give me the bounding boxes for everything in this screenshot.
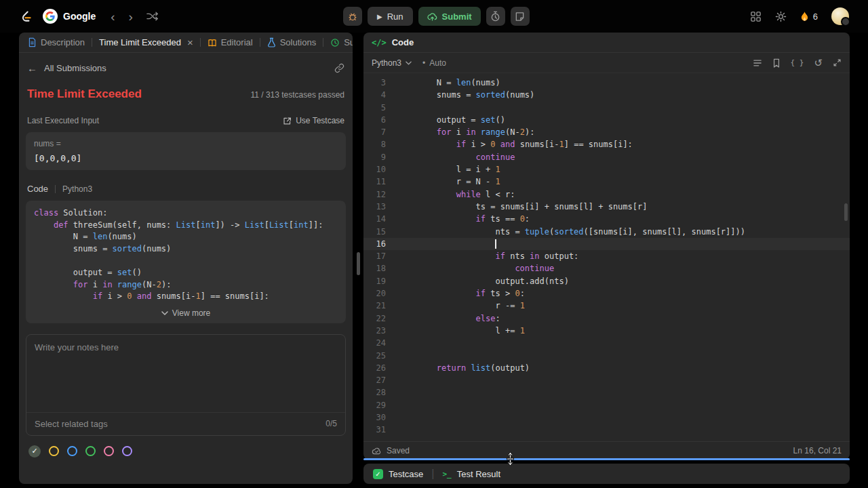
- line-code: [397, 374, 402, 386]
- tag-color-ring[interactable]: [122, 446, 132, 456]
- tab-editorial[interactable]: Editorial: [204, 33, 256, 52]
- line-number: 11: [363, 176, 397, 188]
- close-tab-icon[interactable]: ×: [187, 37, 193, 48]
- notes-card: Write your notes here Select related tag…: [26, 334, 346, 436]
- submitted-code: class Solution: def threeSum(self, nums:…: [34, 207, 338, 303]
- tab-solutions[interactable]: Solutions: [264, 33, 319, 52]
- line-code: output.add(nts): [397, 275, 569, 287]
- code-label-row: Code Python3: [26, 184, 346, 194]
- tag-color-ring[interactable]: [67, 446, 77, 456]
- debug-button[interactable]: [343, 7, 362, 26]
- bookmark-icon[interactable]: [772, 58, 781, 68]
- line-code: return list(output): [397, 362, 530, 374]
- tab-description[interactable]: Description: [24, 33, 88, 52]
- line-number: 15: [363, 226, 397, 238]
- editor-line: 17 if nts in output:: [363, 250, 850, 262]
- editor-line: 8 if i > 0 and snums[i-1] == snums[i]:: [363, 138, 850, 150]
- settings-gear-icon[interactable]: [775, 11, 787, 22]
- mini-code-line: if i > 0 and snums[i-1] == snums[i]:: [34, 291, 338, 303]
- line-code: r = N - 1: [397, 176, 500, 188]
- submitted-code-card: class Solution: def threeSum(self, nums:…: [26, 201, 346, 323]
- tab-divider: [200, 38, 201, 47]
- dot-icon: •: [422, 58, 425, 68]
- editor-lines: 3 N = len(nums)4 snums = sorted(nums)5 6…: [363, 77, 850, 436]
- view-more-button[interactable]: View more: [34, 308, 338, 318]
- google-logo-icon: [43, 9, 58, 24]
- editor-line: 25: [363, 350, 850, 362]
- line-number: 29: [363, 399, 397, 411]
- tags-row: Select related tags 0/5: [26, 412, 345, 435]
- notes-textarea[interactable]: Write your notes here: [26, 335, 345, 412]
- related-tags-input[interactable]: Select related tags: [35, 419, 108, 429]
- editor-line: 29: [363, 399, 850, 411]
- line-code: output = set(): [397, 114, 505, 126]
- company-tag-google[interactable]: Google: [43, 9, 96, 24]
- leetcode-logo[interactable]: [19, 9, 33, 24]
- cloud-upload-icon: [427, 12, 437, 21]
- braces-icon[interactable]: { }: [791, 58, 804, 67]
- tag-color-ring[interactable]: [85, 446, 96, 456]
- input-value: [0,0,0,0]: [34, 153, 338, 163]
- prev-question-icon[interactable]: ‹: [111, 10, 115, 23]
- editor-status-bar: Saved Ln 16, Col 21: [363, 441, 850, 460]
- company-tag-label: Google: [63, 11, 96, 22]
- format-lines-icon[interactable]: [753, 59, 762, 67]
- streak-counter[interactable]: 6: [800, 11, 818, 22]
- history-clock-icon: [330, 38, 340, 47]
- line-code: ts = snums[i] + snums[l] + snums[r]: [397, 201, 647, 213]
- line-code: r -= 1: [397, 300, 525, 312]
- line-code: if ts == 0:: [397, 213, 530, 225]
- editor-line: 20 if ts > 0:: [363, 287, 850, 300]
- code-editor[interactable]: 3 N = len(nums)4 snums = sorted(nums)5 6…: [363, 73, 850, 441]
- tab-submissions[interactable]: Sub: [327, 33, 353, 52]
- last-input-card[interactable]: nums = [0,0,0,0]: [26, 132, 346, 170]
- left-panel: Description Time Limit Exceeded × Editor…: [19, 33, 353, 484]
- line-code: [397, 386, 402, 399]
- line-number: 23: [363, 325, 397, 337]
- use-testcase-icon: [283, 117, 292, 125]
- expand-icon[interactable]: [833, 58, 842, 67]
- submit-button[interactable]: Submit: [418, 7, 481, 26]
- reset-code-icon[interactable]: ↺: [814, 57, 823, 69]
- use-testcase-button[interactable]: Use Testcase: [283, 116, 344, 125]
- notes-icon[interactable]: [511, 7, 530, 26]
- shuffle-icon[interactable]: [146, 11, 159, 22]
- code-label: Code: [27, 184, 48, 194]
- editor-line: 24: [363, 337, 850, 349]
- line-number: 31: [363, 424, 397, 436]
- auto-toggle[interactable]: • Auto: [422, 58, 446, 68]
- line-code: l = i + 1: [397, 163, 500, 176]
- editor-line: 10 l = i + 1: [363, 163, 850, 176]
- line-code: [397, 238, 402, 250]
- mini-code-line: class Solution:: [34, 207, 338, 220]
- timer-icon[interactable]: [486, 7, 505, 26]
- tab-time-limit-exceeded[interactable]: Time Limit Exceeded ×: [96, 33, 197, 52]
- input-name: nums =: [34, 139, 338, 148]
- tag-color-ring[interactable]: [49, 446, 59, 456]
- next-question-icon[interactable]: ›: [129, 10, 133, 23]
- tab-test-result[interactable]: >_ Test Result: [442, 469, 500, 479]
- editor-scrollbar[interactable]: [844, 203, 848, 221]
- tag-color-ring[interactable]: [104, 446, 114, 456]
- all-submissions-back[interactable]: ← All Submissions: [26, 58, 346, 74]
- avatar[interactable]: [831, 7, 849, 25]
- terminal-icon: >_: [442, 470, 451, 479]
- line-code: while l < r:: [397, 188, 515, 201]
- line-number: 14: [363, 213, 397, 225]
- run-button[interactable]: ▶ Run: [368, 7, 413, 26]
- line-number: 20: [363, 287, 397, 300]
- line-code: continue: [397, 262, 554, 274]
- language-selector[interactable]: Python3: [372, 58, 412, 68]
- line-code: continue: [397, 151, 515, 163]
- text-caret: [495, 239, 496, 249]
- share-link-icon[interactable]: [334, 63, 344, 73]
- panel-resize-divider-horizontal[interactable]: [363, 458, 850, 460]
- panel-resize-handle-vertical[interactable]: [357, 252, 360, 275]
- tag-color-options: [49, 446, 132, 456]
- mini-code-line: [34, 255, 338, 267]
- line-code: [397, 337, 402, 349]
- tab-testcase[interactable]: ✓ Testcase: [373, 469, 423, 479]
- layout-grid-icon[interactable]: [750, 11, 762, 22]
- tag-check-icon[interactable]: ✓: [28, 445, 41, 458]
- line-number: 26: [363, 362, 397, 374]
